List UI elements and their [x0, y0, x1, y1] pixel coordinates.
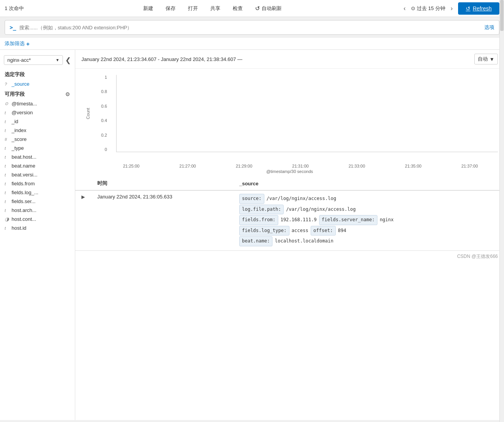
- field-name-hostid: host.id: [12, 225, 26, 231]
- dropdown-arrow-icon: ▼: [56, 58, 59, 62]
- available-fields-header: 可用字段 ⚙: [0, 88, 75, 99]
- field-item-fieldslog[interactable]: t fields.log_...: [0, 188, 75, 197]
- auto-dropdown-icon: ▼: [489, 56, 494, 62]
- add-filter-button[interactable]: 添加筛选 +: [5, 40, 30, 47]
- table-header-row: 时间 _source: [75, 177, 504, 190]
- field-type-timestamp: ⊙: [5, 101, 8, 106]
- refresh-button[interactable]: ↺ Refresh: [458, 2, 499, 15]
- expand-cell: ▶: [75, 190, 91, 250]
- save-button[interactable]: 保存: [162, 3, 179, 14]
- field-item-timestamp[interactable]: ⊙ @timesta...: [0, 99, 75, 108]
- field-item-beatname[interactable]: t beat.name: [0, 161, 75, 170]
- auto-refresh-button[interactable]: ↺ 自动刷新: [252, 3, 285, 14]
- source-row-2: log.file.path: /var/log/nginx/access.log: [239, 205, 498, 215]
- prev-time-button[interactable]: ‹: [401, 4, 408, 13]
- field-item-hostarch[interactable]: t host.arch...: [0, 206, 75, 215]
- y-axis: 1 0.8 0.6 0.4 0.2 0: [101, 75, 108, 152]
- refresh-spin-icon: ↺: [466, 5, 470, 12]
- field-type-source: ?: [5, 82, 8, 86]
- toolbar-left: 1 次命中: [5, 5, 24, 12]
- field-item-beatversion[interactable]: t beat.versi...: [0, 170, 75, 179]
- time-range-label: 过去 15 分钟: [417, 5, 445, 12]
- scrollbar-track[interactable]: [499, 0, 504, 420]
- filter-bar: 添加筛选 +: [0, 38, 504, 50]
- hit-count: 1 次命中: [5, 5, 24, 12]
- x-label-7: 21:37:00: [462, 164, 478, 168]
- bar-chart-container: Count 1 0.8 0.6 0.4 0.2 0: [75, 69, 504, 177]
- field-name-version: @version: [12, 110, 33, 115]
- search-input[interactable]: [19, 25, 484, 31]
- footer: CSDN @王德发666: [75, 251, 504, 262]
- field-type-beathost: t: [5, 155, 8, 159]
- toolbar: 1 次命中 新建 保存 打开 共享 检查 ↺ 自动刷新 ‹ ⊙ 过去 15 分钟…: [0, 0, 504, 17]
- index-back-button[interactable]: ❮: [65, 56, 71, 64]
- field-name-hostcont: host.cont...: [12, 216, 36, 222]
- field-item-id[interactable]: t _id: [0, 117, 75, 126]
- chart-time-range: January 22nd 2024, 21:23:34.607 - Januar…: [81, 56, 242, 62]
- source-key-2: log.file.path:: [239, 205, 284, 215]
- field-name-beathost: beat.host...: [12, 154, 36, 160]
- field-type-id: t: [5, 119, 8, 124]
- next-time-button[interactable]: ›: [448, 4, 455, 13]
- expand-button[interactable]: ▶: [81, 194, 85, 200]
- field-name-index: _index: [12, 127, 26, 133]
- field-item-hostcont[interactable]: ◑ host.cont...: [0, 215, 75, 224]
- field-type-score: #: [5, 137, 8, 142]
- new-button[interactable]: 新建: [140, 3, 156, 14]
- field-type-type: t: [5, 146, 8, 151]
- source-key-4: fields.server_name:: [319, 215, 377, 225]
- field-item-fieldsfrom[interactable]: t fields.from: [0, 179, 75, 188]
- table-row: ▶ January 22nd 2024, 21:36:05.633 source…: [75, 190, 504, 250]
- y-label-04: 0.4: [101, 118, 107, 123]
- source-val-4: nginx: [380, 216, 394, 224]
- share-button[interactable]: 共享: [207, 3, 223, 14]
- open-button[interactable]: 打开: [185, 3, 201, 14]
- x-label-3: 21:29:00: [236, 164, 252, 168]
- x-label-6: 21:35:00: [405, 164, 421, 168]
- field-item-beathost[interactable]: t beat.host...: [0, 153, 75, 161]
- source-val-2: /var/log/nginx/access.log: [286, 205, 356, 214]
- refresh-icon: ↺: [255, 5, 260, 12]
- source-row-4: fields.log_type: access offset: 894: [239, 226, 498, 236]
- y-axis-label: Count: [86, 108, 90, 119]
- source-val-1: /var/log/nginx/access.log: [267, 195, 337, 203]
- x-label-2: 21:27:00: [179, 164, 196, 168]
- field-item-index[interactable]: t _index: [0, 126, 75, 135]
- field-item-hostid[interactable]: t host.id: [0, 224, 75, 232]
- source-key-3: fields.from:: [239, 215, 278, 225]
- x-axis-title: @timestamp/30 seconds: [81, 169, 498, 174]
- options-button[interactable]: 选项: [484, 24, 494, 31]
- scrollbar-thumb[interactable]: [500, 0, 504, 31]
- field-type-fieldssrv: t: [5, 199, 8, 204]
- source-val-7: localhost.localdomain: [275, 237, 333, 246]
- toolbar-right: ‹ ⊙ 过去 15 分钟 › ↺ Refresh: [401, 2, 499, 15]
- row-timestamp: January 22nd 2024, 21:36:05.633: [97, 194, 172, 200]
- source-row-5: beat.name: localhost.localdomain: [239, 236, 498, 246]
- selected-fields-title: 选定字段: [0, 69, 75, 80]
- auto-refresh-label: 自动刷新: [262, 5, 282, 12]
- source-key-6: offset:: [311, 226, 336, 236]
- field-name-hostarch: host.arch...: [12, 207, 36, 213]
- field-type-index: t: [5, 128, 8, 133]
- selected-field-source[interactable]: ? _source: [0, 80, 75, 88]
- auto-select-dropdown[interactable]: 自动 ▼: [474, 54, 498, 64]
- x-label-5: 21:33:00: [348, 164, 365, 168]
- inspect-button[interactable]: 检查: [230, 3, 246, 14]
- x-label-1: 21:25:00: [123, 164, 140, 168]
- y-label-06: 0.6: [101, 104, 107, 108]
- add-filter-label: 添加筛选: [5, 40, 25, 47]
- field-item-type[interactable]: t _type: [0, 144, 75, 153]
- field-item-fieldssrv[interactable]: t fields.ser...: [0, 197, 75, 206]
- field-type-fieldsfrom: t: [5, 181, 8, 186]
- field-item-score[interactable]: # _score: [0, 135, 75, 144]
- y-label-08: 0.8: [101, 89, 107, 94]
- source-val-3: 192.168.111.9: [281, 216, 317, 224]
- index-dropdown[interactable]: nginx-acc* ▼: [4, 55, 63, 65]
- available-fields-title: 可用字段: [5, 91, 25, 98]
- gear-icon[interactable]: ⚙: [65, 91, 70, 97]
- field-name-id: _id: [12, 119, 18, 124]
- bar-chart: 1 0.8 0.6 0.4 0.2 0: [116, 75, 498, 152]
- field-item-version[interactable]: t @version: [0, 108, 75, 117]
- field-name-fieldsfrom: fields.from: [12, 181, 35, 186]
- refresh-label: Refresh: [473, 5, 492, 12]
